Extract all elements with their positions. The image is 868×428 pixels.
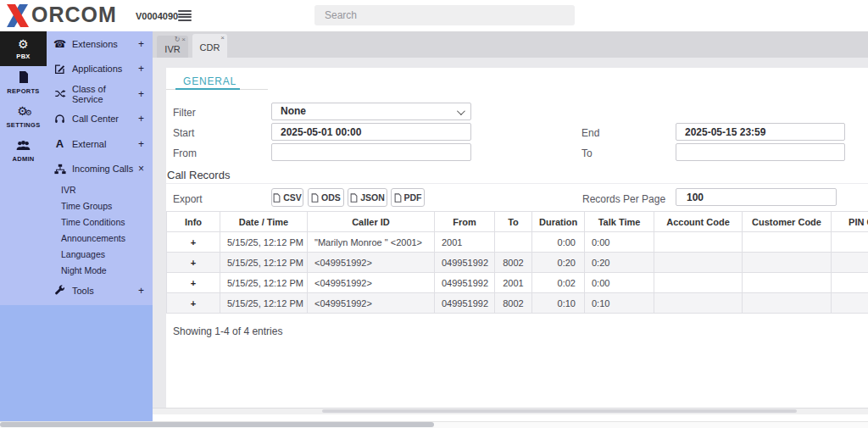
col-header-datetime: Date / Time [220,212,308,232]
sidebar-item-class-of-service[interactable]: Class of Service + [47,81,153,107]
cell-from: 049951992 [435,253,495,273]
table-row: + 5/15/25, 12:12 PM <049951992> 04995199… [167,253,868,273]
sidebar-item-call-center[interactable]: Call Center + [47,107,153,132]
sidebar-subitem-ivr[interactable]: IVR [47,181,153,197]
sidebar-subitem-time-groups[interactable]: Time Groups [47,197,153,214]
sidebar-item-external[interactable]: A External + [47,131,153,157]
cell-account-code [654,232,743,253]
sidebar-subitem-night-mode[interactable]: Night Mode [47,262,153,278]
cell-pin-code [832,232,868,253]
col-header-pin-code: PIN Code [832,212,868,232]
file-icon [350,193,358,203]
close-icon[interactable]: × [220,35,225,42]
gears-icon: ⚙⚙ [17,105,30,119]
file-icon [273,193,281,203]
tab-cdr[interactable]: × CDR [192,34,227,58]
cell-caller-id: <049951992> [308,253,435,273]
close-icon[interactable]: × [181,36,186,44]
cell-pin-code [832,273,868,293]
expand-plus-icon[interactable]: + [138,113,144,125]
sitemap-icon [53,163,66,175]
export-button-label: JSON [360,192,385,203]
cell-talk-time: 0:20 [585,253,654,273]
records-per-page-input[interactable] [676,189,836,205]
shuffle-icon [53,87,66,100]
file-icon [394,193,402,203]
cell-customer-code [743,232,832,253]
expand-row-button[interactable]: + [167,293,220,314]
refresh-icon[interactable]: ↻ [175,36,181,44]
cell-to: 8002 [495,253,532,273]
cell-datetime: 5/15/25, 12:12 PM [220,253,308,273]
page-scrollbar-thumb[interactable] [0,422,434,427]
start-datetime-box [271,123,471,141]
expand-plus-icon[interactable]: + [138,138,144,150]
cell-duration: 0:02 [532,273,585,293]
sidebar-subitem-languages[interactable]: Languages [47,246,153,262]
sidebar-item-label: Tools [72,286,138,296]
chevron-down-icon [457,107,465,115]
nav-rail-item-reports[interactable]: REPORTS [0,66,47,100]
filter-select-value: None [281,105,306,117]
search-box [314,5,575,25]
cell-account-code [654,253,743,273]
sidebar-subitem-label: Announcements [61,233,125,243]
cell-to [495,232,532,253]
expand-plus-icon[interactable]: + [138,88,144,100]
sidebar-subitem-label: Night Mode [61,265,107,275]
sidebar-subitem-time-conditions[interactable]: Time Conditions [47,214,153,230]
filter-label: Filter [173,107,196,119]
col-header-to: To [495,212,532,232]
sidebar-subitem-announcements[interactable]: Announcements [47,230,153,246]
expand-row-button[interactable]: + [167,253,220,273]
export-csv-button[interactable]: CSV [271,188,303,207]
expand-plus-icon[interactable]: + [138,285,144,297]
menu-toggle-hamburger-icon[interactable] [178,10,192,21]
sidebar-item-label: Call Center [72,114,138,124]
nav-rail-item-admin[interactable]: ADMIN [0,134,47,168]
col-header-duration: Duration [532,212,585,232]
expand-plus-icon[interactable]: + [138,63,144,75]
expand-plus-icon[interactable]: + [138,38,144,50]
expand-row-button[interactable]: + [167,232,220,253]
nav-rail-item-pbx[interactable]: ⚙ PBX [0,31,47,66]
col-header-from: From [435,212,495,232]
sidebar-item-extensions[interactable]: ☎ Extensions + [47,31,153,57]
tab-ivr[interactable]: ↻ × IVR [157,36,188,58]
export-button-label: PDF [404,192,422,203]
collapse-x-icon[interactable]: × [138,163,144,175]
expand-row-button[interactable]: + [167,273,220,293]
to-box [676,143,845,161]
col-header-account-code: Account Code [654,212,743,232]
sidebar-subitem-label: IVR [61,185,76,195]
nav-rail-item-settings[interactable]: ⚙⚙ SETTINGS [0,100,47,134]
export-button-label: ODS [321,192,341,203]
export-ods-button[interactable]: ODS [308,188,344,207]
filter-select[interactable]: None [271,103,471,120]
tab-general[interactable]: GENERAL [183,75,236,87]
panel-scrollbar-thumb[interactable] [322,409,797,413]
export-pdf-button[interactable]: PDF [391,188,425,207]
search-input[interactable] [314,5,575,25]
records-per-page-label: Records Per Page [582,193,665,205]
table-entries-summary: Showing 1-4 of 4 entries [173,325,282,337]
export-json-button[interactable]: JSON [348,188,387,207]
cell-to: 8002 [495,293,532,314]
sidebar-item-label: Class of Service [72,84,138,104]
document-tab-bar: ↻ × IVR × CDR [153,31,868,58]
start-datetime-input[interactable] [272,124,470,140]
xorcom-logo-icon [7,4,31,27]
end-datetime-input[interactable] [676,124,844,140]
app-window: ORCOM V0004090 ⚙ PBX REPORTS ⚙⚙ SETTINGS [0,0,868,428]
from-input[interactable] [272,144,470,160]
to-input[interactable] [676,144,844,160]
col-header-talk-time: Talk Time [585,212,654,232]
wrench-icon [53,284,66,297]
sidebar-item-applications[interactable]: Applications + [47,57,153,82]
call-records-table: Info Date / Time Caller ID From To Durat… [166,211,868,314]
sidebar-item-incoming-calls[interactable]: Incoming Calls × [47,157,153,182]
end-label: End [581,127,599,139]
cell-duration: 0:20 [532,253,585,273]
sidebar-item-tools[interactable]: Tools + [47,278,153,303]
phone-icon: ☎ [53,37,66,50]
